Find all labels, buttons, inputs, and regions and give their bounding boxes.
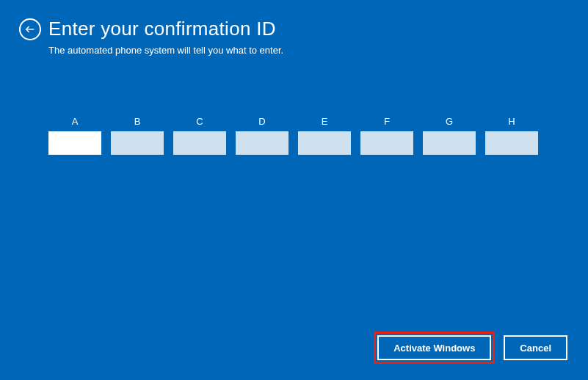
segment-label-f: F [360,116,413,127]
segment-label-e: E [298,116,351,127]
segment-input-d[interactable] [236,131,288,155]
segment-input-e[interactable] [298,131,351,155]
segment-label-h: H [485,116,538,127]
segment-label-a: A [48,116,101,127]
back-arrow-icon [24,23,36,35]
segment-input-f[interactable] [360,131,413,155]
segment-input-a[interactable] [48,131,101,155]
segment-input-c[interactable] [173,131,226,155]
segment-input-b[interactable] [111,131,164,155]
back-button[interactable] [19,18,41,40]
segment-label-b: B [111,116,164,127]
activate-highlight: Activate Windows [374,332,495,364]
segment-label-d: D [236,116,288,127]
segment-label-g: G [423,116,476,127]
segment-input-g[interactable] [423,131,476,155]
page-subtitle: The automated phone system will tell you… [0,45,588,56]
segment-label-c: C [173,116,226,127]
segment-input-h[interactable] [485,131,538,155]
cancel-button[interactable]: Cancel [504,335,567,360]
page-title: Enter your confirmation ID [48,18,276,40]
activate-windows-button[interactable]: Activate Windows [377,335,491,360]
